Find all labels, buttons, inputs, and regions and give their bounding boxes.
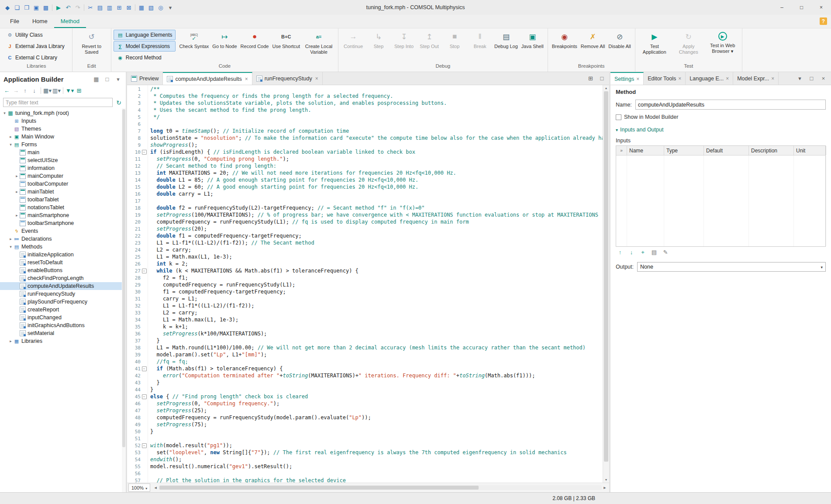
panel-tab-model-expr[interactable]: Model Expr...× [733, 72, 779, 85]
fold-toggle[interactable]: − [141, 365, 148, 372]
expanded-chevron-icon[interactable]: ▾ [8, 245, 14, 249]
filter-icon[interactable]: ▼▾ [66, 86, 74, 95]
back-icon[interactable]: ← [3, 86, 11, 95]
code-line[interactable]: model.result().numerical("gev1").setResu… [150, 463, 609, 470]
code-line[interactable] [150, 435, 609, 442]
close-icon[interactable]: × [811, 0, 831, 15]
split-editor-icon[interactable]: ⊞ [586, 74, 595, 83]
tree-item-forms[interactable]: ▾Forms [0, 141, 126, 148]
tree-item-toolbarcomputer[interactable]: toolbarComputer [0, 180, 126, 188]
load-icon[interactable]: ▤ [651, 249, 658, 255]
filter-input[interactable] [3, 98, 113, 107]
code-line[interactable]: computedFrequency = runFrequencyStudy(L1… [150, 281, 609, 288]
move-up-icon[interactable]: ↑ [21, 86, 29, 95]
fold-toggle-icon[interactable]: − [142, 269, 147, 273]
code-line[interactable]: int k = 2; [150, 260, 609, 267]
options-icon[interactable]: ▦ [137, 3, 146, 12]
tree-item-maintablet[interactable]: ▸mainTablet [0, 188, 126, 196]
close-tab-icon[interactable]: × [245, 76, 248, 82]
code-line[interactable]: k = k+1; [150, 323, 609, 330]
method-name-input[interactable] [635, 100, 826, 110]
code-line[interactable]: setProgress(75); [150, 421, 609, 428]
fold-toggle[interactable]: − [141, 393, 148, 400]
test-application-button[interactable]: ▶Test Application [638, 29, 672, 62]
code-line[interactable]: } [150, 386, 609, 393]
code-line[interactable]: double f2 = runFrequencyStudy(L2)-target… [150, 204, 609, 211]
zoom-control[interactable]: 100% [128, 483, 150, 492]
expanded-chevron-icon[interactable]: ▾ [8, 142, 14, 147]
panel-tab-editor-tools[interactable]: Editor Tools× [644, 72, 686, 85]
column-header-type[interactable]: Type [664, 146, 704, 155]
checkbox-icon[interactable] [616, 114, 621, 120]
code-line[interactable]: //fq = fq; [150, 358, 609, 365]
panel-menu-icon[interactable]: ▾ [114, 75, 122, 83]
code-line[interactable]: if (Math.abs(f1) > toleranceFrequency) { [150, 365, 609, 372]
tree-item-inputs[interactable]: Inputs [0, 117, 126, 125]
code-line[interactable]: */ [150, 114, 609, 121]
code-line[interactable]: setProgress(100/MAXITERATIONS); // % of … [150, 211, 609, 218]
collapsed-chevron-icon[interactable]: ▸ [14, 190, 20, 194]
close-tab-icon[interactable]: × [726, 76, 729, 82]
tree-item-createreport[interactable]: createReport [0, 306, 126, 314]
code-line[interactable]: L2 = carry; [150, 246, 609, 253]
code-line[interactable]: * Computes the frequency or finds the pr… [150, 93, 609, 100]
horizontal-scrollbar[interactable] [152, 483, 608, 492]
code-line[interactable]: error("Computation terminated after "+to… [150, 372, 609, 379]
collapse-chevron-icon[interactable] [616, 127, 618, 133]
code-line[interactable] [150, 470, 609, 477]
code-line[interactable]: setProgress(20); [150, 225, 609, 232]
ribbon-tab-method[interactable]: Method [54, 15, 86, 28]
tree-item-tuning-fork-mph-root[interactable]: ▾tuning_fork.mph (root) [0, 109, 126, 117]
code-line[interactable]: L1 = L1-f1*((L1-L2)/(f1-f2)); [150, 302, 609, 309]
code-line[interactable]: f1 = computedFrequency-targetFrequency; [150, 288, 609, 295]
code-line[interactable]: int MAXITERATIONS = 20; // We will not n… [150, 169, 609, 176]
test-in-web-browser-button[interactable]: ▶Test in Web Browser ▾ [706, 29, 740, 62]
code-line[interactable]: setProgress(25); [150, 407, 609, 414]
edit-icon[interactable]: ✎ [662, 249, 669, 255]
code-line[interactable]: L2 = carry; [150, 309, 609, 316]
new-file-icon[interactable]: ❏ [12, 3, 22, 12]
code-line[interactable]: computedFrequency = runFrequencyStudy(L1… [150, 218, 609, 225]
code-line[interactable]: } [150, 428, 609, 435]
inputs-table-body[interactable] [616, 155, 825, 246]
undo-icon[interactable]: ↶ [63, 3, 73, 12]
code-line[interactable]: setProgress(k*100/MAXITERATIONS); [150, 330, 609, 337]
scroll-down-icon[interactable] [603, 477, 609, 483]
fold-toggle-icon[interactable]: − [142, 366, 147, 371]
tree-item-initgraphicsandbuttons[interactable]: initGraphicsAndButtons [0, 321, 126, 329]
move-down-icon[interactable]: ↓ [30, 86, 38, 95]
code-line[interactable]: showProgress(); [150, 142, 609, 148]
tree-item-notationstablet[interactable]: notationsTablet [0, 204, 126, 211]
close-tab-icon[interactable]: × [636, 76, 639, 82]
code-line[interactable]: double L2 = 60; // A good enough startin… [150, 183, 609, 190]
vertical-scrollbar[interactable] [603, 85, 609, 483]
forward-icon[interactable]: → [12, 86, 20, 95]
view-options-icon[interactable]: ▦▾ [43, 86, 52, 95]
editor-tab-runfrequencystudy[interactable]: runFrequencyStudy× [252, 72, 323, 85]
tree-item-toolbartablet[interactable]: toolbarTablet [0, 196, 126, 204]
code-line[interactable]: f2 = f1; [150, 274, 609, 281]
move-down-icon[interactable]: ↓ [628, 249, 635, 255]
code-line[interactable]: L1 = Math.round(L1*100)/100.00; // We wi… [150, 344, 609, 351]
collapsed-chevron-icon[interactable]: ▸ [14, 174, 20, 178]
tree-item-main[interactable]: main [0, 148, 126, 156]
external-java-library-button[interactable]: JExternal Java Library [3, 41, 68, 52]
horizontal-scrollbar-thumb[interactable] [159, 486, 479, 490]
code-line[interactable]: setProgress(0, "Computing prong length."… [150, 155, 609, 162]
editor-tab-computeandupdateresults[interactable]: computeAndUpdateResults× [163, 72, 252, 85]
ribbon-tab-home[interactable]: Home [26, 15, 54, 28]
debug-log-button[interactable]: ▤Debug Log [493, 29, 520, 62]
fold-toggle[interactable]: − [141, 267, 148, 274]
run-icon[interactable]: ▶ [54, 3, 63, 12]
code-line[interactable]: else { // "Find prong length" check box … [150, 393, 609, 400]
code-line[interactable]: computedFrequency = runFrequencyStudy(mo… [150, 414, 609, 421]
breakpoints-button[interactable]: ◉Breakpoints [550, 29, 579, 62]
tree-item-checkfindpronglength[interactable]: checkFindProngLength [0, 274, 126, 282]
panel-view-icon[interactable]: ▦ [92, 75, 100, 83]
tree-item-resettodefault[interactable]: resetToDefault [0, 259, 126, 266]
editor-tab-preview[interactable]: Preview [127, 72, 163, 85]
code-line[interactable]: * Updates the solutionsState variable, p… [150, 100, 609, 107]
fold-toggle-icon[interactable]: − [142, 150, 147, 155]
tree-item-methods[interactable]: ▾Methods [0, 243, 126, 251]
code-line[interactable] [150, 121, 609, 128]
